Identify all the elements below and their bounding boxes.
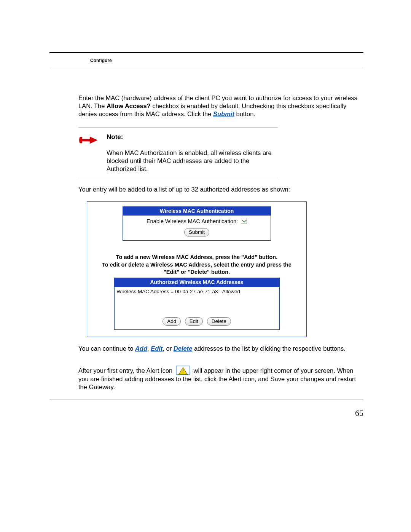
p3-add: Add bbox=[135, 345, 147, 352]
auth-box: Wireless MAC Authentication Enable Wirel… bbox=[123, 206, 271, 241]
section-label: Configure bbox=[90, 58, 112, 63]
enable-label: Enable Wireless MAC Authentication: bbox=[147, 218, 238, 224]
mac-listbox[interactable]: Wireless MAC Address = 00-0a-27-ae-71-a3… bbox=[115, 287, 279, 314]
note-text: Note: When MAC Authorization is enabled,… bbox=[107, 133, 278, 173]
enable-checkbox[interactable] bbox=[241, 218, 247, 224]
delete-button[interactable]: Delete bbox=[207, 317, 231, 326]
auth-box-title: Wireless MAC Authentication bbox=[123, 207, 271, 216]
p3-delete: Delete bbox=[174, 345, 193, 352]
mac-list-box: Authorized Wireless MAC Addresses Wirele… bbox=[114, 278, 280, 330]
list-item[interactable]: Wireless MAC Address = 00-0a-27-ae-71-a3… bbox=[117, 288, 277, 295]
mac-list-title: Authorized Wireless MAC Addresses bbox=[115, 278, 279, 287]
paragraph-2: Your entry will be added to a list of up… bbox=[78, 185, 363, 193]
footer-rule bbox=[49, 399, 363, 399]
p3-sep2: , or bbox=[162, 345, 173, 352]
enable-row: Enable Wireless MAC Authentication: bbox=[127, 218, 267, 225]
running-header: Configure bbox=[49, 53, 363, 68]
add-button[interactable]: Add bbox=[162, 317, 181, 326]
note-block: Note: When MAC Authorization is enabled,… bbox=[78, 127, 278, 177]
edit-button[interactable]: Edit bbox=[185, 317, 203, 326]
instructions: To add a new Wireless MAC Address, press… bbox=[98, 254, 296, 276]
paragraph-3: You can continue to Add, Edit, or Delete… bbox=[78, 345, 363, 353]
instr-line1: To add a new Wireless MAC Address, press… bbox=[116, 254, 278, 260]
p1-action-submit: Submit bbox=[213, 110, 234, 117]
p4-pre: After your first entry, the Alert icon bbox=[78, 367, 174, 374]
submit-button[interactable]: Submit bbox=[184, 228, 209, 236]
p3-pre: You can continue to bbox=[78, 345, 135, 352]
instr-line2: To edit or delete a Wireless MAC Address… bbox=[102, 262, 292, 275]
page-number: 65 bbox=[355, 408, 363, 418]
router-panel: Wireless MAC Authentication Enable Wirel… bbox=[87, 201, 307, 337]
p3-sep1: , bbox=[147, 345, 151, 352]
paragraph-1: Enter the MAC (hardware) address of the … bbox=[78, 94, 363, 118]
p3-edit: Edit bbox=[151, 345, 162, 352]
paragraph-4: After your first entry, the Alert icon !… bbox=[78, 366, 363, 391]
alert-icon: ! bbox=[176, 366, 190, 375]
note-title: Note: bbox=[107, 133, 278, 141]
p1-bold: Allow Access? bbox=[107, 102, 151, 109]
p3-post: addresses to the list by clicking the re… bbox=[192, 345, 346, 352]
p1-post: button. bbox=[234, 110, 255, 117]
note-body: When MAC Authorization is enabled, all w… bbox=[107, 149, 278, 173]
pointing-hand-icon bbox=[78, 133, 98, 173]
